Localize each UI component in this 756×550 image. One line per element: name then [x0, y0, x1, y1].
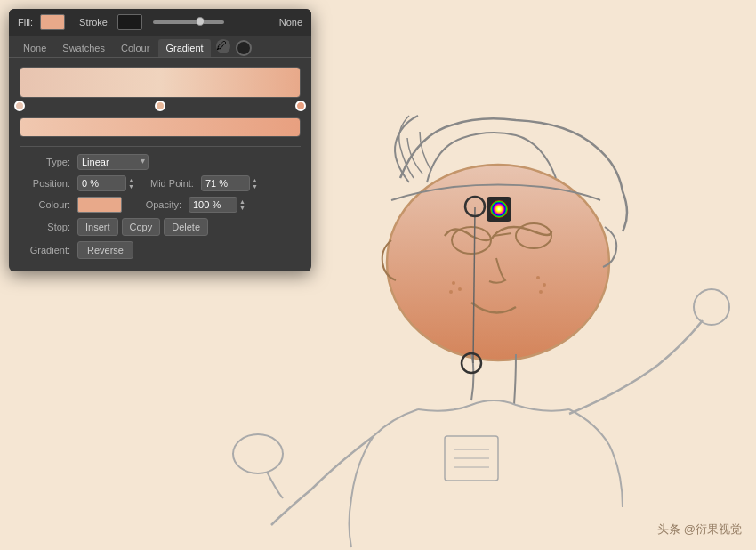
- position-down-arrow[interactable]: ▼: [128, 183, 134, 190]
- opacity-input-wrapper: ▲ ▼: [189, 197, 245, 213]
- reverse-button[interactable]: Reverse: [77, 241, 133, 259]
- type-select-wrapper: Linear Radial: [77, 154, 149, 170]
- tab-swatches[interactable]: Swatches: [55, 39, 112, 57]
- gradient-stop-left[interactable]: [14, 101, 25, 111]
- watermark: 头条 @衍果视觉: [657, 522, 742, 538]
- position-stepper[interactable]: ▲ ▼: [128, 177, 134, 190]
- fill-stroke-bar: Fill: Stroke: None: [9, 9, 311, 36]
- opacity-up-arrow[interactable]: ▲: [239, 198, 245, 205]
- delete-button[interactable]: Delete: [164, 218, 208, 236]
- fill-color-swatch[interactable]: [40, 14, 65, 30]
- opacity-stepper[interactable]: ▲ ▼: [239, 198, 245, 211]
- midpoint-down-arrow[interactable]: ▼: [252, 183, 258, 190]
- stroke-slider-thumb: [196, 17, 205, 26]
- type-select[interactable]: Linear Radial: [77, 154, 149, 170]
- stroke-width-slider[interactable]: [153, 20, 224, 24]
- form-section: Type: Linear Radial Position: ▲ ▼ Mid Po…: [9, 147, 311, 271]
- gradient-bar-container: [20, 67, 301, 112]
- gradient-row: Reverse: [77, 241, 133, 259]
- tab-none[interactable]: None: [16, 39, 53, 57]
- position-up-arrow[interactable]: ▲: [128, 177, 134, 183]
- tab-gradient[interactable]: Gradient: [158, 39, 210, 57]
- tabs-bar: None Swatches Colour Gradient 🖊: [9, 36, 311, 58]
- position-input[interactable]: [77, 175, 126, 191]
- midpoint-stepper[interactable]: ▲ ▼: [252, 177, 258, 190]
- colour-opacity-row: Colour: Opacity: ▲ ▼: [20, 197, 301, 213]
- gradient-reverse-row: Gradient: Reverse: [20, 241, 301, 259]
- gradient-label: Gradient:: [20, 245, 77, 255]
- svg-point-8: [536, 276, 540, 279]
- opacity-input[interactable]: [189, 197, 237, 213]
- type-label: Type:: [20, 157, 77, 167]
- insert-button[interactable]: Insert: [77, 218, 118, 236]
- none-label: None: [279, 17, 302, 28]
- svg-point-9: [543, 283, 546, 287]
- tab-colour[interactable]: Colour: [114, 39, 157, 57]
- svg-point-6: [458, 287, 462, 291]
- copy-button[interactable]: Copy: [122, 218, 161, 236]
- stroke-color-swatch[interactable]: [117, 14, 142, 30]
- stroke-slider-container: [153, 20, 267, 24]
- gradient-stop-right[interactable]: [295, 101, 306, 111]
- midpoint-input-wrapper: ▲ ▼: [201, 175, 258, 191]
- midpoint-up-arrow[interactable]: ▲: [252, 177, 258, 183]
- fill-label: Fill:: [18, 17, 33, 28]
- svg-point-21: [490, 200, 508, 218]
- opacity-down-arrow[interactable]: ▼: [239, 205, 245, 211]
- stop-label: Stop:: [20, 222, 77, 232]
- eyedropper-icon[interactable]: 🖊: [216, 39, 230, 53]
- color-circle-icon: [236, 40, 252, 56]
- midpoint-input[interactable]: [201, 175, 250, 191]
- position-midpoint-row: Position: ▲ ▼ Mid Point: ▲ ▼: [20, 175, 301, 191]
- svg-point-7: [449, 290, 453, 294]
- type-row: Type: Linear Radial: [20, 154, 301, 170]
- stop-buttons-row: Stop: Insert Copy Delete: [20, 218, 301, 236]
- stroke-label: Stroke:: [79, 17, 110, 28]
- svg-point-10: [539, 290, 543, 294]
- gradient-panel: Fill: Stroke: None None Swatches Colour …: [9, 9, 311, 271]
- svg-point-5: [452, 281, 455, 285]
- opacity-label: Opacity:: [131, 199, 189, 210]
- colour-label: Colour:: [20, 199, 77, 210]
- gradient-preview-area: [9, 58, 311, 146]
- position-label: Position:: [20, 178, 77, 189]
- position-input-wrapper: ▲ ▼: [77, 175, 134, 191]
- gradient-stops-row: [20, 100, 301, 112]
- midpoint-label: Mid Point:: [143, 178, 201, 189]
- gradient-color-bar-lower[interactable]: [20, 117, 301, 137]
- stop-buttons-group: Insert Copy Delete: [77, 218, 208, 236]
- colour-swatch[interactable]: [77, 197, 122, 213]
- gradient-preview-bar[interactable]: [20, 67, 301, 98]
- gradient-stop-middle[interactable]: [155, 101, 165, 111]
